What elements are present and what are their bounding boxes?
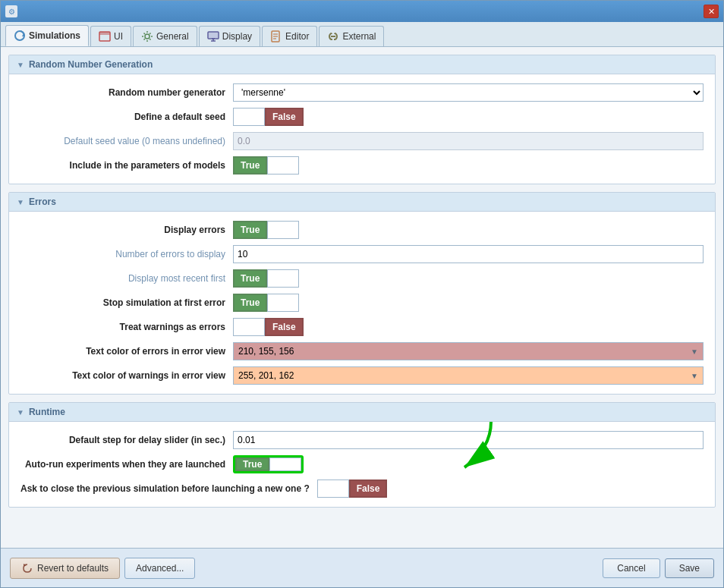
warning-color-label: Text color of warnings in error view: [20, 370, 233, 381]
tab-ui-label: UI: [114, 31, 123, 42]
seed-true-empty[interactable]: [233, 108, 265, 126]
seed-label: Define a default seed: [20, 112, 233, 122]
revert-icon: [21, 562, 33, 574]
save-label: Save: [679, 563, 700, 574]
most-recent-toggle: True: [233, 269, 704, 288]
most-recent-row: Display most recent first True: [9, 266, 715, 291]
runtime-arrow[interactable]: ▼: [17, 408, 24, 417]
generator-row: Random number generator 'mersenne': [9, 80, 715, 105]
stop-empty-btn[interactable]: [267, 294, 299, 312]
display-errors-row: Display errors True: [9, 218, 715, 242]
include-toggle: True: [233, 156, 704, 175]
advanced-button[interactable]: Advanced...: [124, 558, 195, 579]
most-recent-true-btn[interactable]: True: [233, 269, 267, 288]
display-errors-control: True: [233, 221, 704, 239]
autorun-empty-btn[interactable]: [269, 458, 301, 471]
error-color-row: Text color of errors in error view 210, …: [9, 339, 715, 363]
display-errors-toggle: True: [233, 221, 704, 239]
bottom-right: Cancel Save: [603, 558, 714, 578]
treat-empty-btn[interactable]: [233, 318, 265, 336]
external-icon: [327, 30, 339, 42]
seed-toggle: False: [233, 108, 704, 126]
bottom-bar: Revert to defaults Advanced... Cancel Sa…: [1, 548, 723, 587]
autorun-label: Auto-run experiments when they are launc…: [20, 459, 233, 470]
tab-general[interactable]: General: [133, 26, 197, 46]
warning-color-control: 255, 201, 162 ▼: [233, 366, 704, 385]
close-sim-toggle: False: [317, 480, 704, 498]
save-button[interactable]: Save: [665, 558, 714, 578]
stop-control: True: [233, 294, 704, 312]
close-button[interactable]: ✕: [704, 5, 719, 18]
default-seed-label: Default seed value (0 means undefined): [20, 136, 233, 146]
cancel-button[interactable]: Cancel: [603, 558, 659, 578]
default-seed-input[interactable]: [233, 132, 704, 150]
tab-simulations[interactable]: Simulations: [5, 25, 89, 46]
autorun-toggle: True: [233, 455, 304, 473]
autorun-true-btn[interactable]: True: [235, 458, 269, 471]
tab-display[interactable]: Display: [199, 26, 260, 46]
delay-row: Default step for delay slider (in sec.): [9, 428, 715, 452]
tab-ui[interactable]: UI: [90, 26, 131, 46]
generator-select[interactable]: 'mersenne': [233, 83, 704, 102]
close-sim-empty-btn[interactable]: [317, 480, 349, 498]
treat-false-btn[interactable]: False: [265, 318, 304, 336]
num-errors-input[interactable]: [233, 245, 704, 263]
tab-display-label: Display: [222, 31, 252, 42]
warning-color-select[interactable]: 255, 201, 162 ▼: [233, 366, 704, 385]
errors-title: Errors: [29, 197, 56, 207]
include-false-empty[interactable]: [267, 156, 299, 175]
simulations-icon: [14, 30, 26, 42]
delay-input[interactable]: [233, 431, 704, 449]
display-icon: [207, 30, 219, 42]
seed-false-btn[interactable]: False: [265, 108, 304, 126]
include-row: Include in the parameters of models True: [9, 153, 715, 178]
tab-editor-label: Editor: [285, 31, 309, 42]
advanced-label: Advanced...: [136, 563, 184, 574]
title-bar-left: ⚙: [5, 5, 17, 17]
delay-label: Default step for delay slider (in sec.): [20, 435, 233, 445]
random-number-arrow[interactable]: ▼: [17, 61, 24, 69]
random-number-section: ▼ Random Number Generation Random number…: [8, 55, 716, 184]
seed-row: Define a default seed False: [9, 105, 715, 129]
svg-point-4: [145, 34, 150, 39]
stop-true-btn[interactable]: True: [233, 294, 267, 312]
revert-button[interactable]: Revert to defaults: [10, 558, 120, 579]
close-sim-false-btn[interactable]: False: [349, 480, 388, 498]
most-recent-empty-btn[interactable]: [267, 269, 299, 288]
display-errors-true-btn[interactable]: True: [233, 221, 267, 239]
tab-external[interactable]: External: [319, 26, 384, 46]
warning-color-row: Text color of warnings in error view 255…: [9, 363, 715, 388]
stop-toggle: True: [233, 294, 704, 312]
runtime-body: Default step for delay slider (in sec.) …: [9, 422, 715, 507]
most-recent-control: True: [233, 269, 704, 288]
warning-color-arrow: ▼: [691, 372, 698, 380]
error-color-text: 210, 155, 156: [238, 346, 294, 357]
errors-arrow[interactable]: ▼: [17, 198, 24, 206]
general-icon: [141, 30, 153, 42]
tab-external-label: External: [342, 31, 376, 42]
include-label: Include in the parameters of models: [20, 160, 233, 171]
display-errors-empty-btn[interactable]: [267, 221, 299, 239]
bottom-left: Revert to defaults Advanced...: [10, 558, 195, 579]
treat-control: False: [233, 318, 704, 336]
error-color-label: Text color of errors in error view: [20, 346, 233, 357]
errors-header: ▼ Errors: [9, 193, 715, 212]
svg-rect-14: [331, 36, 335, 37]
error-color-select[interactable]: 210, 155, 156 ▼: [233, 342, 704, 360]
treat-row: Treat warnings as errors False: [9, 315, 715, 339]
tab-bar: Simulations UI General Display Editor: [1, 22, 723, 47]
include-true-btn[interactable]: True: [233, 156, 267, 175]
generator-label: Random number generator: [20, 87, 233, 98]
num-errors-control: [233, 245, 704, 263]
svg-rect-6: [209, 33, 218, 38]
autorun-control: True: [233, 455, 704, 473]
revert-label: Revert to defaults: [37, 563, 109, 574]
close-sim-label: Ask to close the previous simulation bef…: [20, 483, 317, 494]
runtime-title: Runtime: [29, 407, 65, 417]
default-seed-control: [233, 132, 704, 150]
editor-icon: [270, 30, 282, 42]
tab-editor[interactable]: Editor: [262, 26, 317, 46]
generator-control: 'mersenne': [233, 83, 704, 102]
main-content: ▼ Random Number Generation Random number…: [1, 47, 723, 548]
runtime-section: ▼ Runtime Default step for delay slider …: [8, 402, 716, 508]
